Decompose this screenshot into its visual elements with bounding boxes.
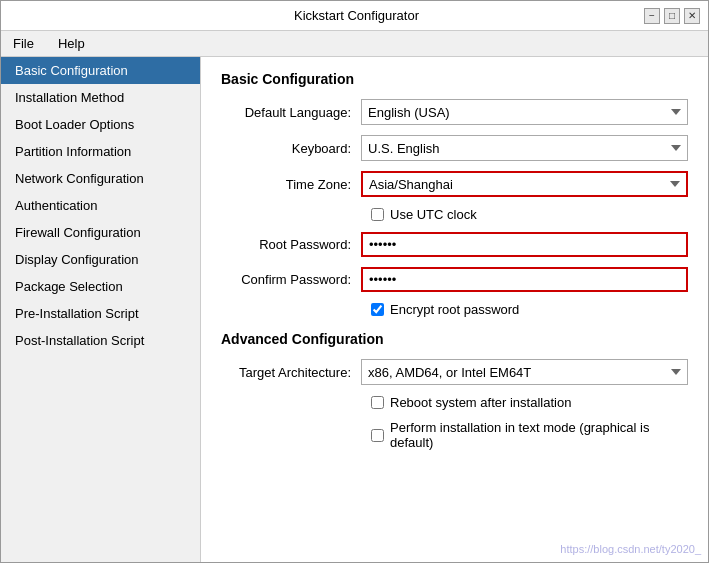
default-language-row: Default Language: English (USA) bbox=[221, 99, 688, 125]
utc-clock-label: Use UTC clock bbox=[390, 207, 477, 222]
reboot-row: Reboot system after installation bbox=[221, 395, 688, 410]
window-controls: − □ ✕ bbox=[644, 8, 700, 24]
default-language-control: English (USA) bbox=[361, 99, 688, 125]
keyboard-row: Keyboard: U.S. English bbox=[221, 135, 688, 161]
advanced-config-title: Advanced Configuration bbox=[221, 331, 688, 347]
advanced-section: Advanced Configuration Target Architectu… bbox=[221, 331, 688, 450]
sidebar-item-post-installation-script[interactable]: Post-Installation Script bbox=[1, 327, 200, 354]
sidebar-item-partition-information[interactable]: Partition Information bbox=[1, 138, 200, 165]
arch-control: x86, AMD64, or Intel EM64T bbox=[361, 359, 688, 385]
root-password-input[interactable] bbox=[361, 232, 688, 257]
default-language-select[interactable]: English (USA) bbox=[361, 99, 688, 125]
minimize-button[interactable]: − bbox=[644, 8, 660, 24]
text-mode-label: Perform installation in text mode (graph… bbox=[390, 420, 688, 450]
confirm-password-control bbox=[361, 267, 688, 292]
timezone-control: Asia/Shanghai bbox=[361, 171, 688, 197]
keyboard-select[interactable]: U.S. English bbox=[361, 135, 688, 161]
timezone-select[interactable]: Asia/Shanghai bbox=[361, 171, 688, 197]
confirm-password-label: Confirm Password: bbox=[221, 272, 361, 287]
arch-row: Target Architecture: x86, AMD64, or Inte… bbox=[221, 359, 688, 385]
text-mode-row: Perform installation in text mode (graph… bbox=[221, 420, 688, 450]
sidebar: Basic Configuration Installation Method … bbox=[1, 57, 201, 562]
sidebar-item-boot-loader-options[interactable]: Boot Loader Options bbox=[1, 111, 200, 138]
basic-config-title: Basic Configuration bbox=[221, 71, 688, 87]
app-body: Basic Configuration Installation Method … bbox=[1, 57, 708, 562]
encrypt-checkbox[interactable] bbox=[371, 303, 384, 316]
sidebar-item-firewall-configuration[interactable]: Firewall Configuration bbox=[1, 219, 200, 246]
window-title: Kickstart Configurator bbox=[69, 8, 644, 23]
sidebar-item-network-configuration[interactable]: Network Configuration bbox=[1, 165, 200, 192]
main-content: Basic Configuration Default Language: En… bbox=[201, 57, 708, 562]
confirm-password-row: Confirm Password: bbox=[221, 267, 688, 292]
sidebar-item-basic-configuration[interactable]: Basic Configuration bbox=[1, 57, 200, 84]
default-language-label: Default Language: bbox=[221, 105, 361, 120]
utc-clock-row: Use UTC clock bbox=[221, 207, 688, 222]
sidebar-item-pre-installation-script[interactable]: Pre-Installation Script bbox=[1, 300, 200, 327]
encrypt-label: Encrypt root password bbox=[390, 302, 519, 317]
root-password-control bbox=[361, 232, 688, 257]
timezone-label: Time Zone: bbox=[221, 177, 361, 192]
sidebar-item-display-configuration[interactable]: Display Configuration bbox=[1, 246, 200, 273]
arch-select[interactable]: x86, AMD64, or Intel EM64T bbox=[361, 359, 688, 385]
sidebar-item-installation-method[interactable]: Installation Method bbox=[1, 84, 200, 111]
reboot-checkbox[interactable] bbox=[371, 396, 384, 409]
keyboard-label: Keyboard: bbox=[221, 141, 361, 156]
root-password-label: Root Password: bbox=[221, 237, 361, 252]
title-bar: Kickstart Configurator − □ ✕ bbox=[1, 1, 708, 31]
maximize-button[interactable]: □ bbox=[664, 8, 680, 24]
close-button[interactable]: ✕ bbox=[684, 8, 700, 24]
encrypt-row: Encrypt root password bbox=[221, 302, 688, 317]
confirm-password-input[interactable] bbox=[361, 267, 688, 292]
menubar: File Help bbox=[1, 31, 708, 57]
sidebar-item-package-selection[interactable]: Package Selection bbox=[1, 273, 200, 300]
root-password-row: Root Password: bbox=[221, 232, 688, 257]
reboot-label: Reboot system after installation bbox=[390, 395, 571, 410]
sidebar-item-authentication[interactable]: Authentication bbox=[1, 192, 200, 219]
timezone-row: Time Zone: Asia/Shanghai bbox=[221, 171, 688, 197]
arch-label: Target Architecture: bbox=[221, 365, 361, 380]
utc-clock-checkbox[interactable] bbox=[371, 208, 384, 221]
keyboard-control: U.S. English bbox=[361, 135, 688, 161]
menu-file[interactable]: File bbox=[5, 34, 42, 53]
menu-help[interactable]: Help bbox=[50, 34, 93, 53]
text-mode-checkbox[interactable] bbox=[371, 429, 384, 442]
